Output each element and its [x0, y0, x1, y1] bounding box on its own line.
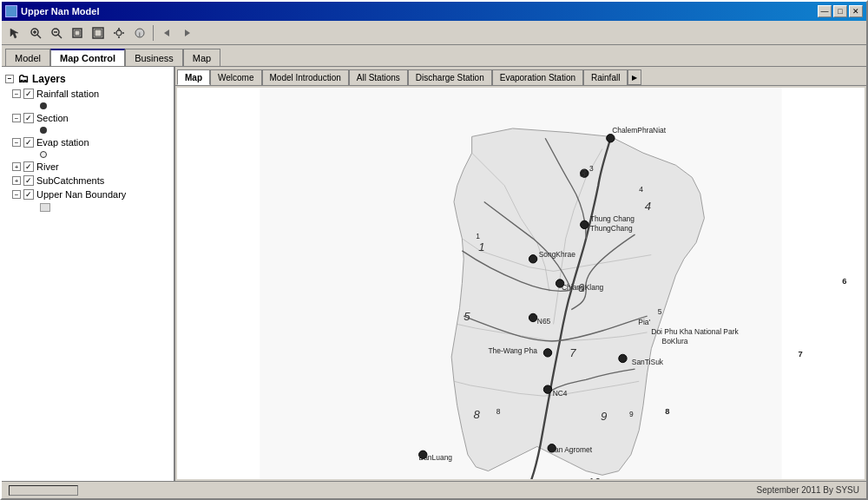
rainfall-expand[interactable]: −	[12, 89, 21, 98]
upper-nan-sub-icon	[5, 201, 170, 214]
select-tool-button[interactable]	[5, 23, 24, 43]
close-button[interactable]: ✕	[849, 5, 863, 17]
subcatch-label: SubCatchments	[36, 175, 104, 186]
label-boklura: BoKlura	[662, 337, 688, 345]
section-dot-icon	[40, 127, 47, 134]
minimize-button[interactable]: —	[818, 5, 832, 17]
layers-title: Layers	[32, 73, 66, 85]
svg-text:3: 3	[580, 167, 587, 180]
svg-point-19	[607, 135, 615, 142]
river-checkbox[interactable]: ✓	[23, 161, 34, 172]
svg-text:4: 4	[645, 200, 651, 213]
svg-text:10: 10	[588, 476, 601, 479]
fixed-zoom-button[interactable]	[89, 23, 108, 43]
map-svg: ChalemPhraNiat 3 4 1 Thung Chang ThungCh…	[177, 88, 865, 479]
svg-text:9: 9	[601, 410, 608, 423]
toolbar: i	[2, 21, 866, 45]
layer-item-river: + ✓ River	[5, 160, 170, 174]
svg-marker-0	[10, 29, 18, 38]
tab-map-control[interactable]: Map Control	[50, 49, 125, 66]
label-doi-phu: Doi Phu Kha National Park	[651, 327, 739, 336]
upper-nan-label: Upper Nan Boundary	[36, 189, 126, 200]
label-pin: Pia'	[638, 318, 650, 326]
layer-item-section: − ✓ Section	[5, 111, 170, 125]
rainfall-dot-icon	[40, 102, 47, 109]
evap-expand[interactable]: −	[12, 138, 21, 147]
layers-expand[interactable]: −	[5, 75, 14, 83]
label-3: 3	[589, 164, 594, 173]
svg-text:1: 1	[478, 240, 484, 253]
forward-button[interactable]	[178, 23, 197, 43]
river-label: River	[36, 161, 59, 172]
label-n65: N65	[537, 317, 551, 326]
rainfall-label: Rainfall station	[36, 89, 99, 99]
label-1: 1	[476, 232, 480, 240]
window-title: Upper Nan Model	[21, 6, 99, 16]
tabs-scroll-right[interactable]: ▶	[628, 69, 641, 85]
svg-text:8: 8	[474, 408, 481, 421]
label-the-wang: The-Wang Pha	[488, 346, 537, 355]
tab-discharge[interactable]: Discharge Station	[408, 69, 492, 85]
tab-all-stations[interactable]: All Stations	[349, 69, 408, 85]
label-santisuk: SanTiSuk	[632, 358, 664, 366]
svg-line-6	[58, 35, 62, 38]
svg-point-22	[529, 255, 536, 263]
layer-item-upper-nan: − ✓ Upper Nan Boundary	[5, 188, 170, 201]
svg-point-27	[543, 385, 551, 393]
river-expand[interactable]: +	[12, 162, 21, 171]
full-extent-button[interactable]	[68, 23, 87, 43]
label-banluang: BanLuang	[419, 453, 453, 462]
tab-evaporation[interactable]: Evaporation Station	[492, 69, 583, 85]
map-view[interactable]: ChalemPhraNiat 3 4 1 Thung Chang ThungCh…	[177, 88, 865, 479]
layer-panel: − 🗂 Layers − ✓ Rainfall station − ✓	[2, 67, 175, 481]
tab-rainfall[interactable]: Rainfall	[583, 69, 628, 85]
svg-text:7: 7	[569, 346, 576, 359]
section-checkbox[interactable]: ✓	[23, 113, 34, 123]
label-songkhrae: SongKhrae	[539, 250, 576, 259]
tab-model-intro[interactable]: Model Introduction	[262, 69, 349, 85]
section-sub-icon	[5, 125, 170, 135]
svg-point-26	[619, 354, 627, 362]
svg-point-25	[543, 349, 551, 357]
upper-nan-expand[interactable]: −	[12, 190, 21, 199]
tab-map-view[interactable]: Map	[177, 69, 210, 85]
app-icon	[5, 5, 17, 17]
svg-text:i: i	[139, 30, 141, 38]
back-button[interactable]	[157, 23, 176, 43]
toolbar-separator	[153, 25, 154, 41]
zoom-in-button[interactable]	[26, 23, 45, 43]
subcatch-expand[interactable]: +	[12, 176, 21, 185]
content-tabs: Map Welcome Model Introduction All Stati…	[175, 67, 866, 86]
tab-map[interactable]: Map	[183, 49, 220, 66]
section-expand[interactable]: −	[12, 114, 21, 122]
tab-business[interactable]: Business	[125, 49, 183, 66]
main-window: Upper Nan Model — □ ✕	[0, 0, 868, 500]
label-thungchang: ThungChang	[590, 224, 633, 233]
rainfall-checkbox[interactable]: ✓	[23, 89, 34, 99]
label-chalem: ChalemPhraNiat	[612, 126, 667, 135]
evap-sub-icon	[5, 149, 170, 160]
menu-tabs: Model Map Control Business Map	[2, 45, 866, 66]
layers-icon: 🗂	[17, 72, 29, 85]
maximize-button[interactable]: □	[833, 5, 847, 17]
window-controls: — □ ✕	[818, 5, 863, 17]
tab-model[interactable]: Model	[5, 49, 50, 66]
svg-point-12	[116, 30, 122, 36]
label-7: 7	[798, 349, 802, 359]
svg-line-2	[37, 35, 41, 38]
svg-rect-11	[95, 30, 102, 36]
pan-button[interactable]	[109, 23, 128, 43]
rainfall-sub-icon	[5, 101, 170, 111]
label-9: 9	[629, 410, 634, 418]
evap-checkbox[interactable]: ✓	[23, 137, 34, 148]
label-8: 8	[496, 407, 501, 416]
svg-point-21	[581, 220, 589, 228]
tab-welcome[interactable]: Welcome	[210, 69, 262, 85]
main-content: − 🗂 Layers − ✓ Rainfall station − ✓	[2, 66, 866, 481]
identify-button[interactable]: i	[130, 23, 149, 43]
svg-point-24	[529, 313, 536, 321]
layers-header: − 🗂 Layers	[5, 70, 170, 87]
subcatch-checkbox[interactable]: ✓	[23, 175, 34, 186]
upper-nan-checkbox[interactable]: ✓	[23, 189, 34, 200]
zoom-out-button[interactable]	[47, 23, 66, 43]
